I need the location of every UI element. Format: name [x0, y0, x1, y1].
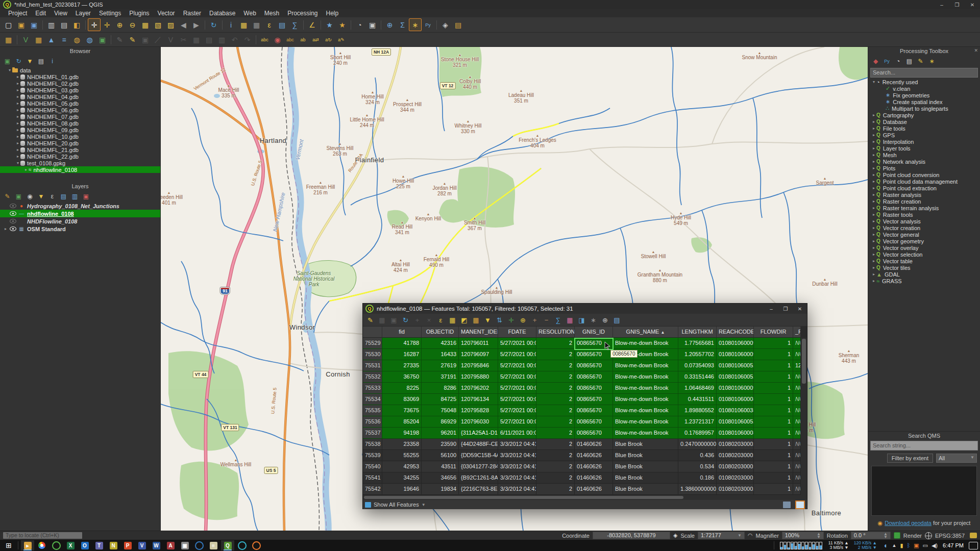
- edit-features-in-place-icon[interactable]: ✎: [916, 56, 925, 66]
- table-cell[interactable]: 0.534: [678, 461, 717, 472]
- column-header-LENGTHKM[interactable]: LENGTHKM: [678, 327, 717, 338]
- table-cell[interactable]: 84725: [422, 394, 459, 405]
- measure-icon[interactable]: ∠: [306, 18, 318, 31]
- dialog-maximize-button[interactable]: ❐: [778, 306, 793, 312]
- browser-item-test-0108-gpkg[interactable]: ▾test_0108.gpkg: [0, 160, 160, 166]
- open-project-icon[interactable]: ▣: [15, 18, 28, 31]
- table-cell[interactable]: 5/27/2021 00:00...: [498, 338, 536, 349]
- table-row[interactable]: 7553483069847251207961345/27/2021 00:00.…: [363, 394, 807, 405]
- powerpoint-icon[interactable]: P: [121, 540, 134, 550]
- table-cell[interactable]: Blow-me-down Brook: [613, 405, 678, 416]
- table-cell[interactable]: 00865670: [575, 416, 613, 428]
- processing-item-raster-tools[interactable]: ▸QRaster tools: [868, 211, 980, 218]
- search-widget-icon[interactable]: ⊕: [599, 314, 611, 326]
- refresh-app-icon[interactable]: [50, 540, 63, 550]
- table-cell[interactable]: 75536: [363, 416, 382, 428]
- field-calculator-icon[interactable]: ∑: [288, 18, 301, 31]
- save-edits-icon[interactable]: ▣: [388, 314, 400, 326]
- paste-features-icon[interactable]: ▥: [215, 33, 228, 46]
- change-label-icon[interactable]: a✎: [335, 33, 348, 46]
- table-cell[interactable]: NULL: [793, 439, 801, 450]
- table-cell[interactable]: 01080106000916: [717, 349, 754, 360]
- deselect-features-icon[interactable]: ▦: [250, 18, 263, 31]
- table-cell[interactable]: 0.186: [678, 472, 717, 484]
- delete-features-icon[interactable]: ×: [423, 314, 435, 326]
- browser-item-nhdhemfl-08-gdb[interactable]: ▸NHDHEMFL_08.gdb: [0, 120, 160, 127]
- table-cell[interactable]: 1: [754, 405, 793, 416]
- menu-edit[interactable]: Edit: [31, 10, 50, 17]
- processing-item-point-cloud-data-management[interactable]: ▸QPoint cloud data management: [868, 178, 980, 185]
- add-mesh-layer-icon[interactable]: ▲: [45, 33, 58, 46]
- add-delimited-text-icon[interactable]: ≡: [58, 33, 70, 46]
- move-selection-top-icon[interactable]: ⇅: [494, 314, 505, 326]
- table-row[interactable]: 755395525556100{DD59C15B-4A...3/3/2012 0…: [363, 450, 807, 461]
- filter-by-extent-button[interactable]: Filter by extent: [887, 454, 933, 463]
- open-attribute-table-icon[interactable]: ▤: [276, 18, 288, 31]
- select-by-expression-icon[interactable]: ε: [263, 18, 276, 31]
- table-cell[interactable]: 2: [536, 405, 575, 416]
- table-cell[interactable]: 00865670: [575, 394, 613, 405]
- maximize-button[interactable]: ❐: [949, 2, 965, 8]
- processing-toolbox-icon[interactable]: ∗: [409, 18, 422, 31]
- table-cell[interactable]: 5/27/2021 00:00...: [498, 349, 536, 360]
- processing-item-layer-tools[interactable]: ▸QLayer tools: [868, 145, 980, 152]
- processing-item-gps[interactable]: ▸QGPS: [868, 132, 980, 138]
- table-cell[interactable]: 75534: [363, 394, 382, 405]
- processing-item-file-tools[interactable]: ▸QFile tools: [868, 125, 980, 132]
- zoom-to-selection-icon[interactable]: ▧: [152, 18, 164, 31]
- column-header-MANENT_IDENTI[interactable]: MANENT_IDENTI: [459, 327, 498, 338]
- table-cell[interactable]: 96201: [422, 428, 459, 439]
- table-cell[interactable]: 75539: [363, 450, 382, 461]
- table-row[interactable]: 7553573675750481207958285/27/2021 00:00.…: [363, 405, 807, 416]
- qgis-icon[interactable]: Q: [221, 540, 234, 550]
- multi-edit-icon[interactable]: ▦: [376, 314, 388, 326]
- table-cell[interactable]: 41788: [382, 338, 422, 349]
- table-row[interactable]: 755413425534656{B92C1261-8AE...3/3/2012 …: [363, 472, 807, 484]
- table-cell[interactable]: 5/27/2021 00:00...: [498, 405, 536, 416]
- processing-item-cartography[interactable]: ▸QCartography: [868, 112, 980, 118]
- processing-item-v-clean[interactable]: ✓v.clean: [868, 85, 980, 92]
- table-cell[interactable]: 2: [536, 338, 575, 349]
- table-cell[interactable]: 75540: [363, 461, 382, 472]
- new-bookmark-icon[interactable]: ★: [323, 18, 336, 31]
- delete-field-icon[interactable]: −: [541, 314, 552, 326]
- column-header-GNIS_ID[interactable]: GNIS_ID: [575, 327, 613, 338]
- table-cell[interactable]: Blue Brook: [613, 439, 678, 450]
- python-scripts-icon[interactable]: Py: [882, 56, 892, 66]
- zoom-to-selection-icon[interactable]: ⊕: [517, 314, 529, 326]
- table-cell[interactable]: 43511: [422, 461, 459, 472]
- column-header-_F[interactable]: _F: [793, 327, 801, 338]
- text-annotation-icon[interactable]: ▤: [452, 18, 464, 31]
- table-cell[interactable]: 2: [536, 349, 575, 360]
- menu-project[interactable]: Project: [4, 10, 31, 17]
- table-cell[interactable]: 120796202: [459, 383, 498, 394]
- table-row[interactable]: 755379419896201{311A25A1-D13...6/11/2021…: [363, 428, 807, 439]
- redo-icon[interactable]: ↷: [241, 33, 254, 46]
- actions-icon[interactable]: ∗: [587, 314, 599, 326]
- highlight-labels-icon[interactable]: ab: [297, 33, 309, 46]
- table-cell[interactable]: 85204: [382, 416, 422, 428]
- table-cell[interactable]: NULL: [793, 428, 801, 439]
- add-wfs-layer-icon[interactable]: ◍: [83, 33, 96, 46]
- table-row[interactable]: 755421964619834{2216C763-8E18...3/3/2012…: [363, 484, 807, 495]
- layer-diagram-icon[interactable]: ◉: [271, 33, 284, 46]
- notepad-icon[interactable]: ≡: [207, 540, 220, 550]
- pan-to-selection-icon[interactable]: ✛: [505, 314, 517, 326]
- processing-item-network-analysis[interactable]: ▸QNetwork analysis: [868, 158, 980, 165]
- table-cell[interactable]: 8286: [422, 383, 459, 394]
- table-cell[interactable]: Blue Brook: [613, 472, 678, 484]
- excel-icon[interactable]: X: [64, 540, 77, 550]
- column-header-FDATE[interactable]: FDATE: [498, 327, 536, 338]
- table-cell[interactable]: 120796030: [459, 416, 498, 428]
- lock-scale-icon[interactable]: ◠: [748, 532, 753, 539]
- vertical-scrollbar[interactable]: [800, 338, 807, 495]
- zoom-full-icon[interactable]: ▦: [139, 18, 152, 31]
- column-header-FLOWDIR[interactable]: FLOWDIR: [754, 327, 793, 338]
- table-cell[interactable]: 0.33151446: [678, 371, 717, 383]
- notification-center-icon[interactable]: [969, 542, 978, 549]
- table-cell[interactable]: 75530: [363, 349, 382, 360]
- table-row[interactable]: 755404295343511{03041277-284F...3/3/2012…: [363, 461, 807, 472]
- table-view-toggle[interactable]: [795, 500, 805, 509]
- collapse-all-icon[interactable]: ▤: [36, 56, 46, 66]
- new-map-view-icon[interactable]: ▣: [366, 18, 379, 31]
